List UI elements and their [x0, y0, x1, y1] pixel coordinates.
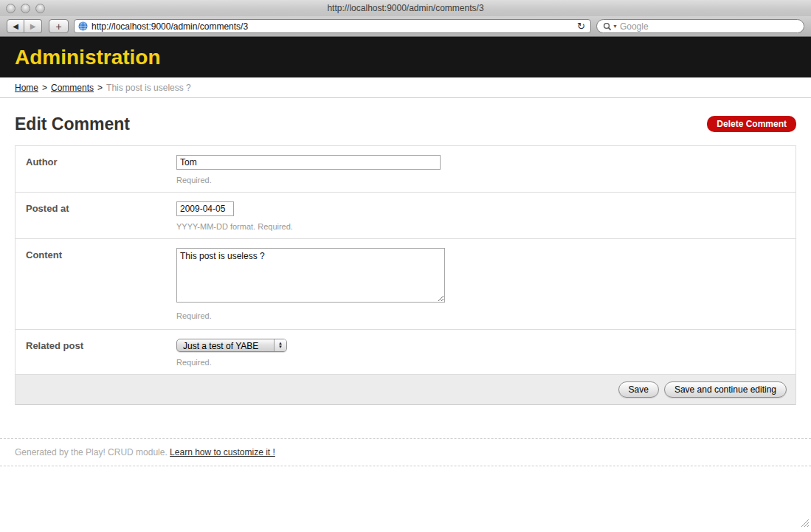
- author-help: Required.: [176, 176, 785, 184]
- nav-buttons: ◀ ▶: [7, 19, 42, 33]
- admin-header: Administration: [0, 37, 811, 77]
- page-title: Edit Comment: [15, 114, 130, 134]
- globe-icon: [78, 21, 88, 31]
- new-tab-button[interactable]: +: [49, 19, 69, 33]
- form-row-posted-at: Posted at YYYY-MM-DD format. Required.: [15, 193, 796, 239]
- breadcrumb-separator: >: [97, 83, 103, 93]
- resize-grip-icon[interactable]: [800, 517, 810, 531]
- footer-customize-link[interactable]: Learn how to customize it !: [170, 447, 275, 457]
- content-help: Required.: [176, 311, 785, 320]
- search-options-caret-icon: ▼: [612, 24, 618, 29]
- save-and-continue-button[interactable]: Save and continue editing: [664, 381, 787, 398]
- form-actions: Save Save and continue editing: [15, 375, 796, 405]
- related-post-label: Related post: [26, 339, 176, 367]
- breadcrumb-separator: >: [42, 83, 47, 93]
- author-input[interactable]: [176, 155, 441, 170]
- crud-footer: Generated by the Play! CRUD module. Lear…: [0, 438, 811, 466]
- content-label: Content: [26, 248, 176, 320]
- search-placeholder: Google: [620, 21, 649, 32]
- breadcrumb-comments-link[interactable]: Comments: [51, 83, 94, 93]
- url-field[interactable]: http://localhost:9000/admin/comments/3 ↻: [74, 19, 591, 33]
- forward-button[interactable]: ▶: [24, 19, 42, 33]
- author-label: Author: [26, 155, 176, 184]
- breadcrumb-current: This post is useless ?: [106, 83, 191, 93]
- save-button[interactable]: Save: [618, 381, 659, 398]
- form-row-author: Author Required.: [15, 146, 796, 193]
- back-button[interactable]: ◀: [7, 19, 24, 33]
- select-arrows-icon: ▲▼: [274, 339, 286, 351]
- form-row-content: Content This post is useless ? Required.: [15, 239, 796, 330]
- reload-icon[interactable]: ↻: [576, 20, 587, 32]
- breadcrumb-home-link[interactable]: Home: [15, 83, 38, 93]
- related-post-select[interactable]: Just a test of YABE ▲▼: [176, 339, 287, 352]
- delete-comment-button[interactable]: Delete Comment: [707, 116, 796, 132]
- page-head: Edit Comment Delete Comment: [15, 113, 796, 135]
- main-content: Edit Comment Delete Comment Author Requi…: [0, 113, 811, 405]
- browser-window: http://localhost:9000/admin/comments/3 ◀…: [0, 0, 811, 532]
- related-post-selected-value: Just a test of YABE: [177, 339, 274, 351]
- window-title: http://localhost:9000/admin/comments/3: [0, 0, 811, 16]
- browser-toolbar: ◀ ▶ + http://localhost:9000/admin/commen…: [0, 16, 811, 37]
- form-row-related-post: Related post Just a test of YABE ▲▼ Requ…: [15, 330, 796, 375]
- content-textarea[interactable]: This post is useless ?: [176, 248, 445, 303]
- search-icon: ▼: [603, 22, 618, 31]
- edit-comment-form: Author Required. Posted at YYYY-MM-DD fo…: [15, 145, 796, 405]
- breadcrumb: Home > Comments > This post is useless ?: [0, 77, 811, 98]
- url-text: http://localhost:9000/admin/comments/3: [92, 21, 572, 32]
- posted-at-input[interactable]: [176, 201, 234, 216]
- footer-text: Generated by the Play! CRUD module.: [15, 447, 168, 457]
- related-post-help: Required.: [176, 358, 785, 367]
- search-input[interactable]: ▼ Google: [596, 19, 804, 33]
- posted-at-label: Posted at: [26, 201, 176, 231]
- admin-title: Administration: [15, 46, 161, 69]
- posted-at-help: YYYY-MM-DD format. Required.: [176, 222, 785, 231]
- titlebar: http://localhost:9000/admin/comments/3: [0, 0, 811, 16]
